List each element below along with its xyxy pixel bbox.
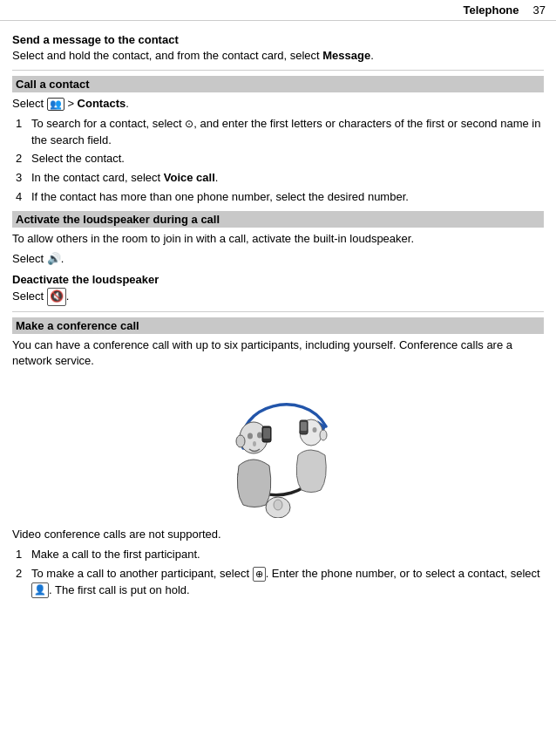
conference-svg: [191, 378, 365, 518]
search-icon: ⊙: [185, 117, 193, 132]
conference-call-body: You can have a conference call with up t…: [12, 337, 544, 371]
section-activate-loudspeaker: Activate the loudspeaker during a call T…: [12, 211, 544, 306]
select-label: Select: [12, 97, 47, 110]
svg-point-3: [236, 435, 245, 447]
page-number: 37: [533, 3, 546, 17]
call-contact-header: Call a contact: [12, 76, 544, 92]
list-item: 2 To make a call to another participant,…: [12, 566, 544, 599]
svg-rect-8: [263, 428, 270, 439]
svg-point-6: [253, 441, 256, 446]
conference-illustration: [12, 378, 544, 518]
call-contact-list: 1 To search for a contact, select ⊙, and…: [12, 116, 544, 206]
contacts-icon: 👥: [47, 98, 64, 111]
deactivate-loudspeaker-select: Select 🔇.: [12, 288, 544, 306]
add-call-icon: ⊕: [253, 567, 266, 582]
svg-point-5: [257, 432, 262, 439]
activate-loudspeaker-body: To allow others in the room to join in w…: [12, 231, 544, 248]
svg-point-4: [247, 433, 253, 439]
call-contact-intro: Select 👥 > Contacts.: [12, 96, 544, 112]
activate-loudspeaker-select: Select 🔊.: [12, 251, 544, 268]
list-item: 2 Select the contact.: [12, 151, 544, 167]
section-send-message: Send a message to the contact Select and…: [12, 33, 544, 65]
divider-2: [12, 311, 544, 312]
conference-call-header: Make a conference call: [12, 317, 544, 334]
loudspeaker-off-icon: 🔇: [47, 288, 66, 306]
page-header: Telephone 37: [0, 0, 556, 21]
contacts-arrow: >: [67, 97, 77, 110]
svg-point-10: [320, 430, 327, 440]
divider-1: [12, 70, 544, 71]
conference-no-video: Video conference calls are not supported…: [12, 527, 544, 543]
list-item: 1 To search for a contact, select ⊙, and…: [12, 116, 544, 149]
conference-list: 1 Make a call to the first participant. …: [12, 547, 544, 599]
list-item: 4 If the contact has more than one phone…: [12, 189, 544, 206]
content-area: Send a message to the contact Select and…: [0, 21, 556, 611]
header-title: Telephone: [463, 3, 519, 17]
activate-loudspeaker-header: Activate the loudspeaker during a call: [12, 211, 544, 228]
send-message-subheader: Send a message to the contact: [12, 33, 544, 46]
svg-rect-14: [301, 422, 307, 431]
svg-point-12: [313, 427, 317, 432]
section-call-contact: Call a contact Select 👥 > Contacts. 1 To…: [12, 76, 544, 206]
contact-card-icon: 👤: [31, 582, 49, 598]
loudspeaker-on-icon: 🔊: [47, 251, 61, 268]
send-message-body: Select and hold the contact, and from th…: [12, 48, 544, 65]
section-conference-call: Make a conference call You can have a co…: [12, 317, 544, 599]
list-item: 1 Make a call to the first participant.: [12, 547, 544, 563]
svg-point-16: [274, 500, 282, 510]
list-item: 3 In the contact card, select Voice call…: [12, 170, 544, 187]
deactivate-loudspeaker-subheader: Deactivate the loudspeaker: [12, 273, 544, 286]
